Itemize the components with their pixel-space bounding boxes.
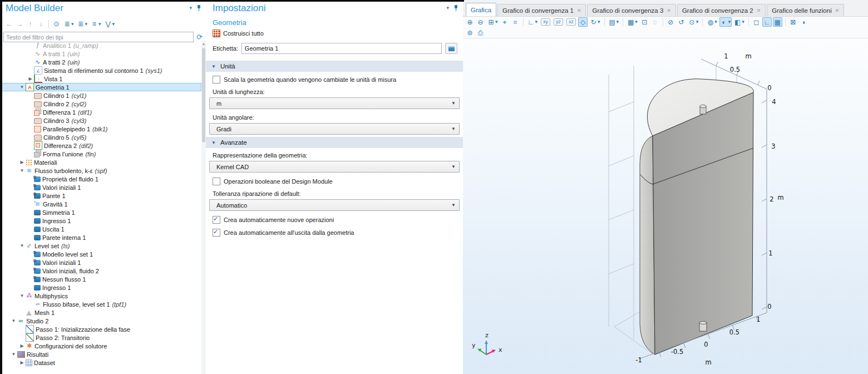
- tree-item[interactable]: Cilindro 2(cyl2): [0, 100, 201, 108]
- pin-icon[interactable]: [453, 5, 458, 11]
- view-along-xz-icon[interactable]: xz: [565, 17, 577, 27]
- show-axes-icon[interactable]: ∟: [762, 17, 772, 27]
- expander-icon[interactable]: ▶: [18, 343, 26, 348]
- graphics-tab[interactable]: Grafico di convergenza 3✕: [587, 4, 675, 16]
- lasso-select-icon[interactable]: ◌: [650, 17, 660, 27]
- tree-item[interactable]: Sistema di riferimento sul contorno 1(sy…: [0, 66, 201, 75]
- label-input[interactable]: [241, 43, 442, 54]
- rename-note-icon[interactable]: [445, 43, 457, 54]
- tree-item[interactable]: Modello level set 1: [0, 250, 201, 258]
- tree-item[interactable]: ▼Multiphysics: [0, 292, 201, 300]
- dropdown-caret-icon[interactable]: ▾: [98, 22, 101, 27]
- print-icon[interactable]: ⎙: [476, 28, 485, 37]
- expander-icon[interactable]: ▼: [18, 243, 26, 248]
- close-tab-icon[interactable]: ✕: [577, 8, 581, 13]
- graphics-tab[interactable]: Grafico di convergenza 1✕: [497, 4, 586, 16]
- back-icon[interactable]: ←: [4, 20, 14, 28]
- expand-all-icon[interactable]: ≣▾: [62, 20, 75, 28]
- tree-item[interactable]: ▼Geometria 1: [0, 83, 201, 91]
- select-layers-icon[interactable]: ▤▾: [608, 17, 620, 27]
- repair-tolerance-select[interactable]: Automatico ▼: [209, 199, 460, 211]
- tree-item[interactable]: Passo 2: Transitorio: [0, 333, 201, 342]
- tree-item[interactable]: Proprietà del fluido 1: [0, 175, 201, 183]
- expander-icon[interactable]: ▼: [18, 85, 26, 90]
- dropdown-caret-icon[interactable]: ▾: [635, 19, 638, 24]
- angular-unit-select[interactable]: Gradi ▼: [209, 123, 460, 135]
- tree-item[interactable]: Analitico 1(u_ramp): [0, 41, 201, 50]
- show-grid-icon[interactable]: ▦: [773, 17, 782, 27]
- tree-item[interactable]: Simmetria 1: [0, 208, 201, 216]
- tree-item[interactable]: Parete interna 1: [0, 233, 201, 242]
- go-to-default-view-icon[interactable]: ⌗: [511, 17, 520, 27]
- zoom-in-icon[interactable]: ⊕: [465, 17, 475, 27]
- tree-scrollbar[interactable]: ▲: [201, 41, 206, 374]
- section-units[interactable]: ▼ Unità: [206, 61, 463, 72]
- auto-build-new-checkbox-row[interactable]: Crea automaticamente nuove operazioni: [206, 213, 463, 226]
- scroll-up-icon[interactable]: ▲: [201, 41, 206, 47]
- zoom-box-icon[interactable]: ⊞▾: [486, 17, 499, 27]
- snapshot-icon[interactable]: ⊚: [465, 28, 475, 37]
- view-along-yz-icon[interactable]: yz: [553, 17, 564, 27]
- hide-selected-icon[interactable]: ⊘: [666, 17, 675, 27]
- dropdown-caret-icon[interactable]: ▾: [535, 19, 538, 24]
- dropdown-caret-icon[interactable]: ▾: [714, 19, 717, 24]
- tree-item[interactable]: ▼Flusso turbolento, k-ε(spf): [0, 166, 201, 175]
- tree-item[interactable]: ▼Level set(ls): [0, 242, 201, 250]
- dropdown-caret-icon[interactable]: ▾: [71, 22, 74, 27]
- panel-menu-icon[interactable]: ▾: [189, 6, 192, 11]
- transparency-icon[interactable]: ◧▾: [733, 17, 746, 27]
- expander-icon[interactable]: ▼: [18, 293, 26, 298]
- refresh-icon[interactable]: ⟳: [196, 33, 203, 41]
- section-advanced[interactable]: ▼ Avanzate: [206, 137, 463, 148]
- view-visibility-icon[interactable]: ⊙▾: [687, 17, 700, 27]
- graphics-tab[interactable]: Grafica: [466, 3, 496, 16]
- design-module-checkbox[interactable]: [213, 178, 220, 185]
- filter-icon[interactable]: ⋁▾: [103, 20, 116, 28]
- expander-icon[interactable]: ▶: [18, 160, 26, 165]
- bounding-box-icon[interactable]: ◻: [752, 17, 761, 27]
- dropdown-caret-icon[interactable]: ▾: [742, 19, 744, 24]
- move-up-icon[interactable]: ↑: [26, 20, 35, 28]
- tree-item[interactable]: Cilindro 3(cyl3): [0, 116, 201, 125]
- expander-icon[interactable]: ▼: [18, 168, 26, 173]
- expander-icon[interactable]: ▶: [27, 76, 34, 81]
- show-icon[interactable]: ⊙: [52, 20, 61, 28]
- tree-item[interactable]: Cilindro 5(cyl5): [0, 133, 201, 141]
- tree-item[interactable]: Differenza 1(dif1): [0, 108, 201, 116]
- zoom-extents-icon[interactable]: ⌖: [500, 17, 510, 27]
- tree-item[interactable]: ▶Configurazioni del solutore: [0, 342, 201, 350]
- close-tab-icon[interactable]: ✕: [667, 8, 671, 13]
- dropdown-caret-icon[interactable]: ▾: [85, 22, 88, 27]
- auto-build-new-checkbox[interactable]: [213, 216, 220, 224]
- view-along-xy-icon[interactable]: xy: [540, 17, 551, 27]
- scale-geometry-checkbox[interactable]: [213, 76, 220, 83]
- reset-hiding-icon[interactable]: ↺: [677, 17, 686, 27]
- select-box-icon[interactable]: ⊡: [640, 17, 649, 27]
- node-view-icon[interactable]: ≡▾: [90, 20, 102, 28]
- rotate-view-icon[interactable]: ↻▾: [589, 17, 601, 27]
- scene-light-icon[interactable]: ◐▾: [719, 17, 732, 27]
- dropdown-caret-icon[interactable]: ▾: [728, 19, 731, 24]
- tree-item[interactable]: Parete 1: [0, 191, 201, 200]
- tree-item[interactable]: A tratti 1(uin): [0, 50, 201, 58]
- auto-build-exit-checkbox-row[interactable]: Crea automaticamente all'uscita dalla ge…: [206, 226, 463, 239]
- dropdown-caret-icon[interactable]: ▾: [617, 19, 619, 24]
- color-palette-icon[interactable]: ◖: [799, 17, 808, 27]
- tree-item[interactable]: Cilindro 1(cyl1): [0, 91, 201, 100]
- dropdown-caret-icon[interactable]: ▾: [495, 19, 498, 24]
- graphics-tab[interactable]: Grafico delle funzioni✕: [767, 4, 844, 16]
- tree-item[interactable]: Nessun flusso 1: [0, 275, 201, 283]
- tree-item[interactable]: ▶Materiali: [0, 158, 201, 166]
- tree-item[interactable]: A tratti 2(uin): [0, 58, 201, 66]
- length-unit-select[interactable]: m ▼: [209, 97, 460, 109]
- pin-icon[interactable]: [196, 5, 201, 11]
- forward-icon[interactable]: →: [15, 20, 24, 28]
- tree-item[interactable]: Gravità 1: [0, 200, 201, 208]
- tree-item[interactable]: Ingresso 1: [0, 216, 201, 225]
- tree-item[interactable]: Uscita 1: [0, 225, 201, 233]
- design-module-checkbox-row[interactable]: Operazioni booleane del Design Module: [206, 175, 463, 188]
- close-tab-icon[interactable]: ✕: [757, 8, 761, 13]
- expander-icon[interactable]: ▶: [18, 360, 26, 365]
- settings-node-link[interactable]: Geometria: [206, 17, 463, 27]
- graphics-tab[interactable]: Grafico di convergenza 2✕: [677, 4, 766, 16]
